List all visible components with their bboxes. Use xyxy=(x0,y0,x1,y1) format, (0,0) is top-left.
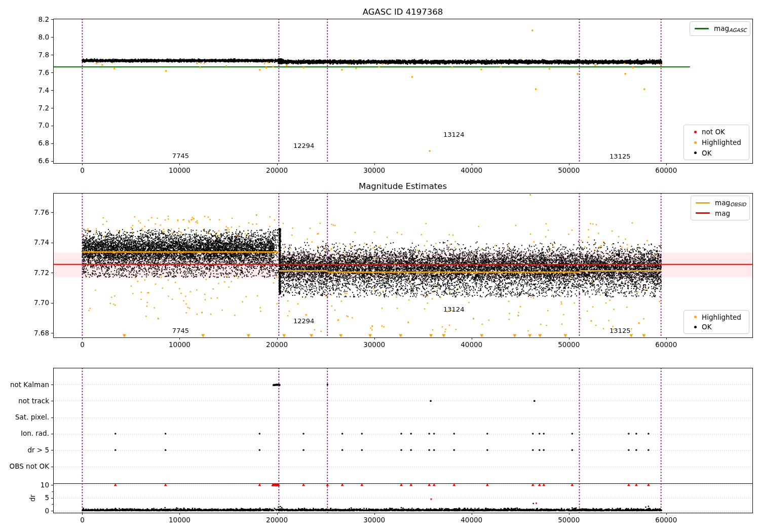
highlighted-marker-sample xyxy=(694,141,697,144)
y-tick-label: 7.0 xyxy=(0,121,49,129)
x-tick-label: 40000 xyxy=(461,340,482,349)
mag-obsid-line-sample xyxy=(696,202,710,204)
ok-marker-sample xyxy=(694,326,697,328)
plot-canvas xyxy=(0,0,760,532)
annotation-obsid: 13124 xyxy=(443,131,464,138)
annotation-obsid: 12294 xyxy=(293,142,314,149)
x-tick-label: 0 xyxy=(80,516,85,524)
y-tick-label: 8.0 xyxy=(0,33,49,41)
category-label: OBS not OK xyxy=(0,462,49,470)
x-tick-label: 10000 xyxy=(169,516,191,524)
legend-label-ok: OK xyxy=(702,323,711,331)
y-tick-label: 7.2 xyxy=(0,104,49,112)
category-label: not Kalman xyxy=(0,381,49,389)
legend-label-highlighted: Highlighted xyxy=(702,138,741,146)
legend-label-not-ok: not OK xyxy=(702,128,725,136)
y-tick-label: 7.74 xyxy=(0,238,49,246)
annotation-obsid: 7745 xyxy=(172,152,189,160)
x-tick-label: 60000 xyxy=(655,166,677,174)
annotation-obsid: 13125 xyxy=(610,327,630,334)
x-tick-label: 20000 xyxy=(266,166,288,174)
legend-item-ok: OK xyxy=(689,147,744,158)
x-tick-label: 30000 xyxy=(363,340,385,349)
mag-line-sample xyxy=(696,212,710,214)
legend-item-mag-agasc: magAGASC xyxy=(695,23,745,34)
x-tick-label: 60000 xyxy=(655,516,677,524)
category-label: Ion. rad. xyxy=(0,429,49,437)
dr-tick-label: 10 xyxy=(0,481,49,489)
x-tick-label: 50000 xyxy=(558,166,580,174)
top-chart-title: AGASC ID 4197368 xyxy=(363,7,443,17)
x-tick-label: 0 xyxy=(80,340,85,349)
x-tick-label: 40000 xyxy=(461,166,482,174)
legend-label-sub: AGASC xyxy=(729,27,747,33)
x-tick-label: 50000 xyxy=(558,340,580,349)
middle-chart-title: Magnitude Estimates xyxy=(359,181,447,191)
y-tick-label: 7.6 xyxy=(0,68,49,77)
legend-label-sub: OBSID xyxy=(730,202,746,207)
ok-marker-sample xyxy=(694,151,697,154)
legend-mag-obsid: magOBSID mag xyxy=(691,196,750,220)
y-tick-label: 7.4 xyxy=(0,86,49,94)
mag-agasc-line-sample xyxy=(695,28,709,29)
legend-middle-points: Highlighted OK xyxy=(683,310,749,334)
x-tick-label: 30000 xyxy=(363,516,385,524)
y-tick-label: 7.76 xyxy=(0,208,49,216)
x-tick-label: 20000 xyxy=(266,516,288,524)
x-tick-label: 30000 xyxy=(363,166,385,174)
highlighted-marker-sample xyxy=(694,316,697,318)
annotation-obsid: 13124 xyxy=(443,306,464,313)
annotation-obsid: 7745 xyxy=(172,327,189,334)
legend-label-mag-obsid: magOBSID xyxy=(715,199,746,207)
y-tick-label: 6.8 xyxy=(0,139,49,147)
legend-item-mag-obsid: magOBSID xyxy=(696,198,745,208)
legend-item-mag: mag xyxy=(696,208,745,219)
annotation-obsid: 13125 xyxy=(610,153,630,160)
x-tick-label: 0 xyxy=(80,166,85,174)
x-tick-label: 60000 xyxy=(655,340,677,349)
dr-tick-label: 5 xyxy=(0,493,49,502)
legend-label-main: mag xyxy=(715,199,730,207)
legend-item-highlighted: Highlighted xyxy=(689,137,744,148)
legend-label-main: mag xyxy=(714,24,729,32)
category-label: dr > 5 xyxy=(0,446,49,454)
y-tick-label: 7.8 xyxy=(0,51,49,59)
legend-label-mag-agasc: magAGASC xyxy=(714,24,747,33)
x-tick-label: 10000 xyxy=(169,166,191,174)
dr-tick-label: 0 xyxy=(0,507,49,515)
legend-label-main: mag xyxy=(715,209,730,217)
not-ok-marker-sample xyxy=(694,131,697,133)
legend-item-not-ok: not OK xyxy=(689,127,744,137)
legend-item-ok: OK xyxy=(689,322,744,332)
y-tick-label: 6.6 xyxy=(0,157,49,165)
legend-label-highlighted: Highlighted xyxy=(702,313,741,321)
x-tick-label: 50000 xyxy=(558,516,580,524)
category-label: not track xyxy=(0,397,49,405)
y-tick-label: 8.2 xyxy=(0,15,49,23)
category-label: Sat. pixel. xyxy=(0,413,49,421)
y-tick-label: 7.68 xyxy=(0,329,49,337)
legend-label-mag: mag xyxy=(715,209,730,217)
x-tick-label: 20000 xyxy=(266,340,288,349)
y-tick-label: 7.70 xyxy=(0,298,49,307)
figure: AGASC ID 4197368 Magnitude Estimates mag… xyxy=(0,0,760,532)
annotation-obsid: 12294 xyxy=(293,317,314,324)
y-tick-label: 7.72 xyxy=(0,269,49,277)
x-tick-label: 40000 xyxy=(461,516,482,524)
x-tick-label: 10000 xyxy=(169,340,191,349)
legend-label-ok: OK xyxy=(702,149,711,157)
legend-top-points: not OK Highlighted OK xyxy=(683,125,749,160)
legend-item-highlighted: Highlighted xyxy=(689,312,744,322)
legend-mag-agasc: magAGASC xyxy=(690,21,750,36)
